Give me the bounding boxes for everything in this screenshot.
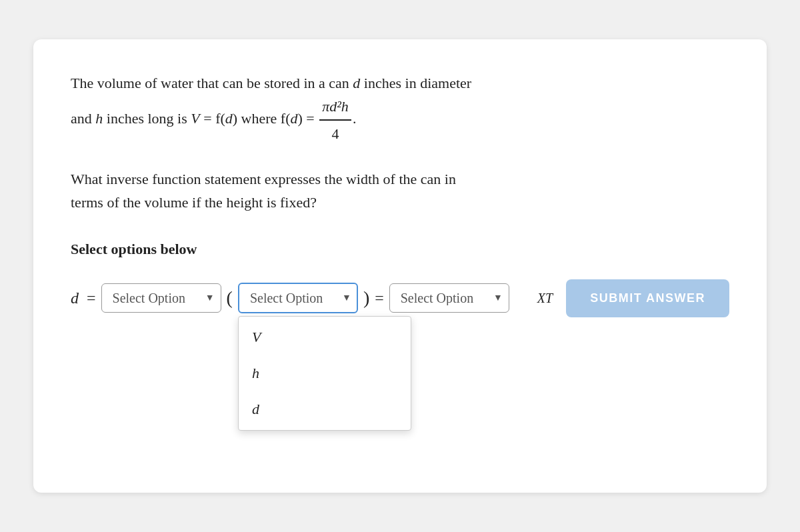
dropdown2-item-V[interactable]: V — [239, 319, 411, 355]
dropdown2-select[interactable]: Select Option V h d — [238, 283, 358, 313]
dropdown2-wrapper: Select Option V h d ▼ V h d — [238, 283, 358, 313]
equation-row: d = Select Option ▼ ( Select Option V h … — [71, 279, 729, 317]
submit-answer-button[interactable]: SUBMIT ANSWER — [566, 279, 729, 317]
fraction-numerator: πd²h — [319, 95, 351, 121]
main-card: The volume of water that can be stored i… — [33, 39, 767, 493]
close-paren: ) — [363, 289, 369, 307]
var-d-3: d — [291, 110, 298, 127]
select-options-label: Select options below — [71, 241, 729, 258]
dropdown2-item-d[interactable]: d — [239, 391, 411, 427]
problem-statement: The volume of water that can be stored i… — [71, 71, 729, 146]
dropdown1-select[interactable]: Select Option — [101, 283, 221, 313]
xt-label: XT — [537, 291, 553, 306]
problem-text-line1: The volume of water that can be stored i… — [71, 75, 471, 91]
var-d-2: d — [225, 110, 233, 127]
fraction-denominator: 4 — [329, 121, 342, 145]
dropdown3-select[interactable]: Select Option — [389, 283, 509, 313]
eq-equals-2: = — [375, 289, 384, 307]
var-d-1: d — [353, 75, 360, 91]
var-v: V — [191, 110, 199, 127]
question-line2: terms of the volume if the height is fix… — [71, 194, 317, 211]
eq-equals-1: = — [87, 289, 96, 307]
question-line1: What inverse function statement expresse… — [71, 171, 456, 187]
var-h-1: h — [95, 110, 103, 127]
open-paren: ( — [227, 289, 233, 307]
eq-var-d: d — [71, 289, 79, 307]
fraction-formula: πd²h 4 — [319, 95, 351, 145]
dropdown3-wrapper: Select Option ▼ — [389, 283, 509, 313]
dropdown2-menu: V h d — [238, 316, 411, 431]
problem-text-line2: and h inches long is V = f(d) where f(d)… — [71, 110, 356, 127]
dropdown2-item-h[interactable]: h — [239, 355, 411, 391]
dropdown1-wrapper: Select Option ▼ — [101, 283, 221, 313]
question-text: What inverse function statement expresse… — [71, 167, 729, 214]
